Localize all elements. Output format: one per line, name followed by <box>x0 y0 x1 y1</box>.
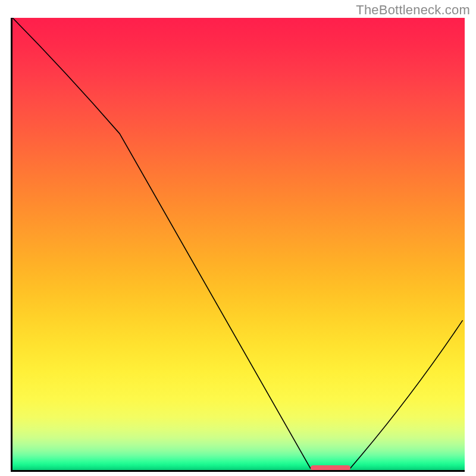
plot-inner <box>11 18 465 472</box>
bottleneck-curve <box>12 18 462 468</box>
watermark-text: TheBottleneck.com <box>356 2 470 18</box>
curve-svg <box>11 18 465 472</box>
optimal-marker <box>311 465 350 471</box>
plot-area <box>11 18 465 472</box>
chart-container: TheBottleneck.com <box>0 0 476 476</box>
